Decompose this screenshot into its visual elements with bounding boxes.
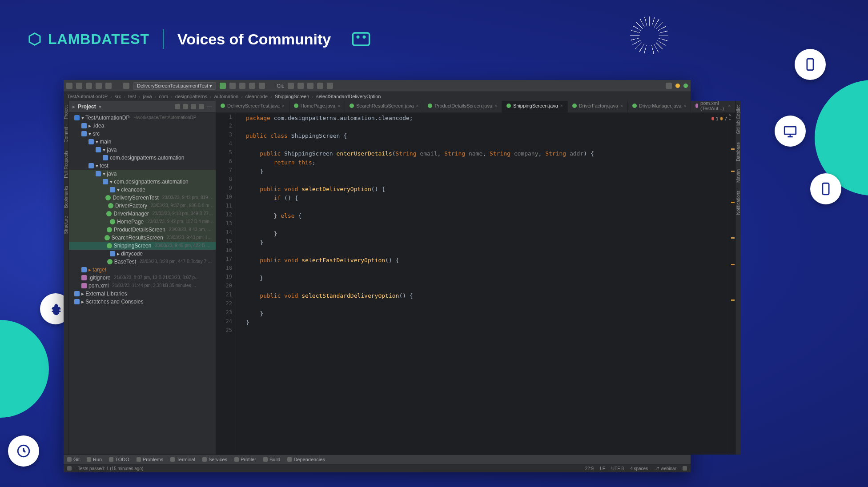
editor-tab[interactable]: DriverManager.java× [628, 101, 691, 112]
tree-row[interactable]: ▾ src [69, 130, 216, 138]
collapse-all-icon[interactable] [191, 104, 196, 109]
git-push-icon[interactable] [307, 83, 313, 89]
rail-item[interactable]: Structure [64, 216, 68, 234]
tree-row[interactable]: ▸ dirtycode [69, 250, 216, 258]
git-rollback-icon[interactable] [327, 83, 333, 89]
menu-icon[interactable] [66, 83, 72, 89]
bottom-tab[interactable]: Profiler [234, 457, 256, 462]
breadcrumb-item[interactable]: cleancode [245, 94, 268, 99]
tree-row[interactable]: ▾ java [69, 146, 216, 154]
git-commit-icon[interactable] [297, 83, 304, 89]
editor-tab[interactable]: ShippingScreen.java× [502, 101, 568, 112]
device-button-2[interactable] [810, 173, 841, 204]
tree-row[interactable]: com.designpatterns.automation [69, 154, 216, 162]
close-tab-icon[interactable]: × [282, 104, 285, 108]
hide-icon[interactable]: — [207, 104, 212, 110]
monitor-button[interactable] [775, 116, 806, 147]
bottom-tab[interactable]: TODO [109, 457, 129, 462]
editor-tab[interactable]: pom.xml (TestAut...)× [691, 101, 735, 112]
close-tab-icon[interactable]: × [683, 104, 686, 108]
editor-tab[interactable]: ProductDetailsScreen.java× [423, 101, 502, 112]
tree-row[interactable]: ▸ target [69, 266, 216, 274]
rail-item[interactable]: Commit [64, 127, 68, 142]
breadcrumb-item[interactable]: src [115, 94, 121, 99]
back-icon[interactable] [96, 83, 102, 89]
search-icon[interactable] [666, 83, 672, 89]
error-stripe[interactable]: 1 7 ^ ˅ [729, 113, 735, 455]
profile-icon[interactable] [249, 83, 255, 89]
clock-button[interactable] [8, 435, 39, 467]
encoding[interactable]: UTF-8 [611, 466, 624, 471]
tree-row[interactable]: DriverFactory23/03/23, 9:37 pm, 986 B 8 … [69, 202, 216, 210]
tree-row[interactable]: HomePage23/03/23, 9:42 pm, 187 B 4 minut… [69, 218, 216, 226]
line-ending[interactable]: LF [600, 466, 605, 471]
hub-icon[interactable] [683, 84, 688, 88]
tree-row[interactable]: .gitignore21/03/23, 8:07 pm, 13 B 21/03/… [69, 274, 216, 282]
editor-tab[interactable]: SearchResultsScreen.java× [345, 101, 423, 112]
rail-item[interactable]: Maven [736, 169, 741, 183]
build-icon[interactable] [123, 83, 129, 89]
tree-row[interactable]: ▾ cleancode [69, 186, 216, 194]
tree-row[interactable]: ▾ test [69, 162, 216, 170]
code-editor[interactable]: 1234567891011121314151617181920212223242… [216, 113, 735, 455]
git-branch[interactable]: ⎇ webinar [654, 466, 676, 471]
sync-icon[interactable] [86, 83, 92, 89]
rail-item[interactable]: Bookmarks [64, 186, 68, 208]
breadcrumb-item[interactable]: ShippingScreen [275, 94, 309, 99]
project-tree[interactable]: ▾ TestAutomationDP~/workspace/TestAutoma… [69, 113, 216, 455]
device-button-1[interactable] [795, 49, 826, 80]
rail-item[interactable]: Project [64, 105, 68, 119]
bottom-tab[interactable]: Git [67, 457, 80, 462]
editor-tab[interactable]: HomePage.java× [289, 101, 345, 112]
breadcrumb-item[interactable]: TestAutomationDP [67, 94, 108, 99]
breadcrumb-item[interactable]: selectStandardDeliveryOption [316, 94, 381, 99]
bottom-tab[interactable]: Terminal [170, 457, 195, 462]
tree-row[interactable]: ▸ .idea [69, 122, 216, 130]
git-update-icon[interactable] [288, 83, 294, 89]
inspection-indicator[interactable]: 1 7 ^ ˅ [711, 114, 733, 124]
coverage-icon[interactable] [239, 83, 245, 89]
lock-icon[interactable] [683, 466, 687, 471]
tree-row[interactable]: ▾ java [69, 170, 216, 178]
breadcrumb-item[interactable]: test [128, 94, 136, 99]
select-opened-icon[interactable] [175, 104, 180, 109]
bottom-tab[interactable]: Services [202, 457, 227, 462]
bottom-tab[interactable]: Dependencies [287, 457, 325, 462]
tree-row[interactable]: ▾ com.designpatterns.automation [69, 178, 216, 186]
close-tab-icon[interactable]: × [620, 104, 623, 108]
tree-row[interactable]: ▸ External Libraries [69, 290, 216, 298]
bottom-tab[interactable]: Run [87, 457, 102, 462]
editor-tab[interactable]: DriverFactory.java× [568, 101, 628, 112]
indent[interactable]: 4 spaces [630, 466, 648, 471]
editor-tab[interactable]: DeliveryScreenTest.java× [216, 101, 289, 112]
tree-row[interactable]: ShippingScreen23/03/23, 9:45 pm, 422 B M… [69, 242, 216, 250]
tree-row[interactable]: DriverManager23/03/23, 9:18 pm, 349 B 27… [69, 210, 216, 218]
stop-icon[interactable] [259, 83, 265, 89]
breadcrumb-item[interactable]: com [159, 94, 168, 99]
tree-row[interactable]: BaseTest23/03/23, 8:28 pm, 447 B Today 7… [69, 258, 216, 266]
tree-row[interactable]: ▾ main [69, 138, 216, 146]
run-icon[interactable] [220, 83, 226, 89]
rail-item[interactable]: Database [736, 142, 741, 161]
debug-icon[interactable] [229, 83, 236, 89]
tree-row[interactable]: pom.xml21/03/23, 11:44 pm, 3.38 kB 35 mi… [69, 282, 216, 290]
rail-item[interactable]: GitHub Copilot [736, 105, 741, 134]
tree-row[interactable]: ProductDetailsScreen23/03/23, 9:43 pm, 2… [69, 226, 216, 234]
tree-row[interactable]: DeliveryScreenTest23/03/23, 9:43 pm, 819… [69, 194, 216, 202]
breadcrumb-item[interactable]: designpatterns [175, 94, 207, 99]
close-tab-icon[interactable]: × [338, 104, 340, 108]
rail-item[interactable]: Pull Requests [64, 151, 68, 178]
rail-item[interactable]: Notifications [736, 191, 741, 215]
caret-pos[interactable]: 22:9 [585, 466, 594, 471]
breadcrumb-item[interactable]: automation [214, 94, 238, 99]
close-tab-icon[interactable]: × [494, 104, 497, 108]
forward-icon[interactable] [105, 83, 112, 89]
run-config-select[interactable]: DeliveryScreenTest.paymentTest ▾ [133, 82, 216, 90]
save-icon[interactable] [76, 83, 82, 89]
settings-icon[interactable] [199, 104, 204, 109]
bottom-tab[interactable]: Problems [137, 457, 163, 462]
tree-row[interactable]: ▾ TestAutomationDP~/workspace/TestAutoma… [69, 114, 216, 122]
breadcrumb-item[interactable]: java [143, 94, 152, 99]
tree-row[interactable]: ▸ Scratches and Consoles [69, 298, 216, 306]
tool-window-icon[interactable] [67, 466, 72, 471]
